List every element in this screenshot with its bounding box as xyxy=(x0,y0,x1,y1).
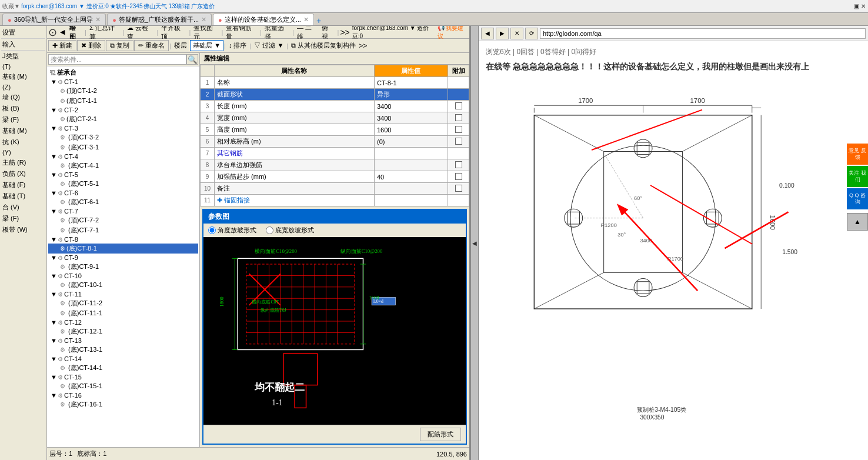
tree-row-ct7-1[interactable]: ⚙ (底)CT-7-1 xyxy=(48,225,198,235)
nav-back-btn[interactable]: ◀ xyxy=(481,28,494,39)
tab-close-active[interactable]: ✕ xyxy=(303,16,309,24)
prop-table-container[interactable]: 属性名称 属性值 附加 1 名称 CT-8-1 xyxy=(200,65,469,206)
prop-row-5[interactable]: 5 高度 (mm) 1600 xyxy=(201,124,469,136)
sidebar-item-jichuM2[interactable]: 基础 (M) xyxy=(1,125,45,136)
tree-row-ct3-1[interactable]: ⚙ (底)CT-3-1 xyxy=(48,142,198,152)
nav-forward-btn[interactable]: ▶ xyxy=(496,28,509,39)
radio-angle-slope[interactable] xyxy=(208,226,216,234)
prop-check-5[interactable] xyxy=(448,124,469,136)
menu-suggest[interactable]: 📢 我要建议 xyxy=(438,26,468,41)
tree-row-ct11[interactable]: ▼ ⚙ CT-11 xyxy=(48,290,198,298)
btn-rename[interactable]: ✏ 重命名 xyxy=(134,40,169,51)
prop-check-8[interactable] xyxy=(448,159,469,171)
sidebar-item-bandaiW[interactable]: 板带 (W) xyxy=(1,224,45,235)
btn-floor[interactable]: 楼层 xyxy=(172,41,189,51)
prop-check-10[interactable] xyxy=(448,183,469,195)
tree-body[interactable]: 🏗 桩承台 ▼ ⚙ CT-1 ⚙ (顶)C xyxy=(47,66,199,447)
expand-ct8[interactable]: ▼ xyxy=(51,236,58,243)
sidebar-item-taiV[interactable]: 台 (V) xyxy=(1,202,45,213)
expand-ct5[interactable]: ▼ xyxy=(51,171,58,178)
feedback-btn-follow[interactable]: 关注 我们 xyxy=(847,166,868,187)
prop-row-7[interactable]: 7 其它钢筋 xyxy=(201,148,469,159)
sidebar-item-liangF[interactable]: 梁 (F) xyxy=(1,114,45,125)
expand-ct2[interactable]: ▼ xyxy=(51,106,58,114)
tab-gld[interactable]: ● 答疑解惑_广联达服务新干... ✕ xyxy=(107,14,212,25)
tree-row-ct9[interactable]: ▼ ⚙ CT-9 xyxy=(48,254,198,262)
prop-row-1[interactable]: 1 名称 CT-8-1 xyxy=(201,77,469,89)
sidebar-item-z[interactable]: (Z) xyxy=(1,82,45,92)
expand-ct14[interactable]: ▼ xyxy=(51,355,58,362)
nav-link-weather[interactable]: 佛山天气 xyxy=(143,2,167,11)
sidebar-item-jichuT[interactable]: 基础 (T) xyxy=(1,191,45,202)
sidebar-item-settings[interactable]: 设置 xyxy=(1,27,45,39)
sidebar-item-kangK[interactable]: 抗 (K) xyxy=(1,136,45,148)
prop-value-1[interactable]: CT-8-1 xyxy=(374,77,448,89)
scroll-up-btn[interactable]: ▲ xyxy=(847,213,868,231)
prop-row-3[interactable]: 3 长度 (mm) 3400 xyxy=(201,101,469,112)
sidebar-item-zhujinR[interactable]: 主筋 (R) xyxy=(1,157,45,168)
prop-check-9[interactable] xyxy=(448,171,469,183)
btn-base-floor[interactable]: 基础层 ▼ xyxy=(190,40,223,51)
expand-ct4[interactable]: ▼ xyxy=(51,153,58,160)
search-btn[interactable]: 🔍 xyxy=(186,54,198,65)
nav-link-wangzhan[interactable]: forpk.chen@163.com ▼ 造价豆:0 xyxy=(21,2,109,11)
expand-ct15[interactable]: ▼ xyxy=(51,374,58,381)
tab-close-360[interactable]: ✕ xyxy=(95,16,101,24)
prop-value-9[interactable]: 40 xyxy=(374,171,448,183)
nav-link-price[interactable]: 广东造价 xyxy=(191,2,215,11)
cad-logo-btn[interactable]: ⊙ xyxy=(48,26,57,39)
tree-row-ct1[interactable]: ▼ ⚙ CT-1 xyxy=(48,78,198,86)
expand-ct7[interactable]: ▼ xyxy=(51,208,58,215)
expand-ct10[interactable]: ▼ xyxy=(51,272,58,279)
tree-row-ct5-1[interactable]: ⚙ (底)CT-5-1 xyxy=(48,179,198,189)
feedback-btn-qq[interactable]: Q Q 咨询 xyxy=(847,188,868,209)
prop-row-11[interactable]: 11 ✚ 锚固指接 xyxy=(201,195,469,206)
tree-row-ct15-1[interactable]: ⚙ (底)CT-15-1 xyxy=(48,381,198,391)
tree-row-ct1-2[interactable]: ⚙ (顶)CT-1-2 xyxy=(48,86,198,96)
menu-btn-back[interactable]: ◀ xyxy=(58,28,66,36)
prop-value-10[interactable] xyxy=(374,183,448,195)
prop-check-4[interactable] xyxy=(448,112,469,124)
nav-link-software[interactable]: ★软件-2345 xyxy=(110,2,143,11)
prop-value-6[interactable]: (0) xyxy=(374,136,448,148)
sidebar-item-fujinX[interactable]: 负筋 (X) xyxy=(1,168,45,179)
expand-ct11[interactable]: ▼ xyxy=(51,291,58,298)
btn-copy[interactable]: ⧉ 复制 xyxy=(106,40,133,51)
prop-value-8[interactable] xyxy=(374,159,448,171)
sidebar-item-input[interactable]: 输入 xyxy=(1,39,45,51)
prop-row-6[interactable]: 6 相对底标高 (m) (0) xyxy=(201,136,469,148)
radio-width-slope[interactable] xyxy=(266,226,273,234)
prop-value-5[interactable]: 1600 xyxy=(374,124,448,136)
url-bar[interactable] xyxy=(540,28,866,39)
prop-value-4[interactable]: 3400 xyxy=(374,112,448,124)
expand-ct6[interactable]: ▼ xyxy=(51,189,58,196)
expand-ct9[interactable]: ▼ xyxy=(51,254,58,261)
tab-active[interactable]: ● 这样的设备基础怎么定义... ✕ xyxy=(213,14,314,25)
tree-row-ct1-1[interactable]: ⚙ (底)CT-1-1 xyxy=(48,96,198,106)
sidebar-item-y[interactable]: (Y) xyxy=(1,148,45,157)
tree-row-ct5[interactable]: ▼ ⚙ CT-5 xyxy=(48,171,198,179)
prop-check-3[interactable] xyxy=(448,101,469,112)
expand-ct13[interactable]: ▼ xyxy=(51,337,58,344)
tree-row-ct3-2[interactable]: ⚙ (顶)CT-3-2 xyxy=(48,132,198,142)
menu-more-btn[interactable]: >> xyxy=(340,28,349,37)
prop-value-2[interactable]: 异形 xyxy=(374,89,448,101)
btn-delete[interactable]: ✖ 删除 xyxy=(77,40,105,51)
tree-row-ct14-1[interactable]: ⚙ (底)CT-14-1 xyxy=(48,363,198,373)
sidebar-item-jichuF[interactable]: 基础 (F) xyxy=(1,179,45,191)
tree-row-ct10-1[interactable]: ⚙ (底)CT-10-1 xyxy=(48,280,198,290)
menu-user[interactable]: forpk.chen@163.com ▼ 造价豆:0 xyxy=(352,26,436,41)
btn-sort[interactable]: ↕ 排序 xyxy=(226,41,249,51)
expand-ct12[interactable]: ▼ xyxy=(51,319,58,326)
nav-link-mail[interactable]: 139邮箱 xyxy=(168,2,190,11)
prop-value-11[interactable] xyxy=(374,195,448,206)
btn-more2[interactable]: >> xyxy=(359,42,367,50)
sidebar-item-banB[interactable]: 板 (B) xyxy=(1,103,45,114)
tree-row-ct13[interactable]: ▼ ⚙ CT-13 xyxy=(48,336,198,345)
sidebar-item-jichuM[interactable]: 基础 (M) xyxy=(1,71,45,82)
tree-row-ct15[interactable]: ▼ ⚙ CT-15 xyxy=(48,373,198,381)
search-input[interactable] xyxy=(48,54,186,65)
prop-row-4[interactable]: 4 宽度 (mm) 3400 xyxy=(201,112,469,124)
nav-refresh-btn[interactable]: ⟳ xyxy=(525,28,538,39)
prop-row-8[interactable]: 8 承台单边加强筋 xyxy=(201,159,469,171)
